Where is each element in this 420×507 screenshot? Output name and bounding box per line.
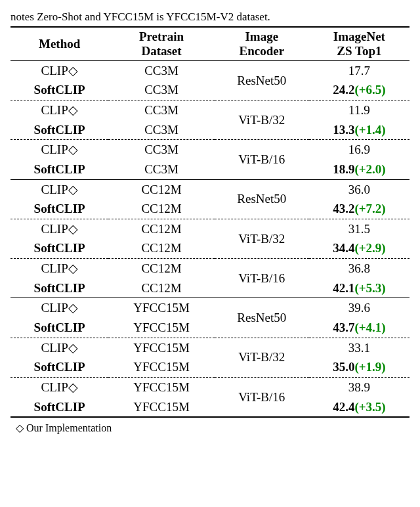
encoder-cell: ViT-B/32 xyxy=(215,219,309,258)
method-cell: SoftCLIP xyxy=(10,160,108,179)
dataset-cell: CC12M xyxy=(108,238,215,258)
dataset-cell: YFCC15M xyxy=(108,338,215,357)
value-cell: 36.8 xyxy=(309,259,410,278)
results-table: Method PretrainDataset ImageEncoder Imag… xyxy=(10,26,410,418)
method-cell: CLIP◇ xyxy=(10,338,108,357)
value-cell: 42.4(+3.5) xyxy=(309,397,410,418)
encoder-cell: ViT-B/16 xyxy=(215,140,309,179)
dataset-cell: YFCC15M xyxy=(108,397,215,418)
method-cell: CLIP◇ xyxy=(10,60,108,80)
diamond-icon: ◇ xyxy=(68,143,78,156)
value-cell: 31.5 xyxy=(309,219,410,238)
dataset-cell: CC12M xyxy=(108,259,215,278)
method-cell: CLIP◇ xyxy=(10,377,108,397)
encoder-cell: ViT-B/32 xyxy=(215,100,309,139)
diamond-icon: ◇ xyxy=(68,103,78,117)
diamond-icon: ◇ xyxy=(16,422,24,433)
method-cell: SoftCLIP xyxy=(10,357,108,377)
value-cell: 43.2(+7.2) xyxy=(309,199,410,219)
footnote: ◇ Our Implementation xyxy=(10,422,410,434)
dataset-cell: CC12M xyxy=(108,278,215,298)
method-cell: CLIP◇ xyxy=(10,259,108,278)
diamond-icon: ◇ xyxy=(68,341,78,355)
method-cell: SoftCLIP xyxy=(10,318,108,338)
encoder-cell: ResNet50 xyxy=(215,60,309,100)
value-cell: 16.9 xyxy=(309,140,410,160)
diamond-icon: ◇ xyxy=(68,380,78,394)
value-cell: 38.9 xyxy=(309,377,410,397)
value-cell: 24.2(+6.5) xyxy=(309,80,410,100)
diamond-icon: ◇ xyxy=(68,301,78,315)
col-method: Method xyxy=(10,27,108,60)
value-cell: 13.3(+1.4) xyxy=(309,120,410,140)
col-zs: ImageNetZS Top1 xyxy=(309,27,410,60)
col-encoder: ImageEncoder xyxy=(215,27,309,60)
diamond-icon: ◇ xyxy=(68,261,78,275)
dataset-cell: CC3M xyxy=(108,100,215,120)
dataset-cell: CC12M xyxy=(108,179,215,199)
value-cell: 43.7(+4.1) xyxy=(309,318,410,338)
table-caption-fragment: notes Zero-Shot and YFCC15M is YFCC15M-V… xyxy=(10,11,410,24)
method-cell: SoftCLIP xyxy=(10,199,108,219)
dataset-cell: CC12M xyxy=(108,219,215,238)
method-cell: SoftCLIP xyxy=(10,80,108,100)
method-cell: CLIP◇ xyxy=(10,179,108,199)
diamond-icon: ◇ xyxy=(68,64,78,77)
dataset-cell: CC3M xyxy=(108,160,215,179)
method-cell: CLIP◇ xyxy=(10,140,108,160)
encoder-cell: ViT-B/16 xyxy=(215,377,309,417)
value-cell: 42.1(+5.3) xyxy=(309,278,410,298)
method-cell: SoftCLIP xyxy=(10,120,108,140)
encoder-cell: ViT-B/32 xyxy=(215,338,309,377)
dataset-cell: YFCC15M xyxy=(108,377,215,397)
col-pretrain: PretrainDataset xyxy=(108,27,215,60)
dataset-cell: YFCC15M xyxy=(108,357,215,377)
method-cell: SoftCLIP xyxy=(10,238,108,258)
value-cell: 36.0 xyxy=(309,179,410,199)
encoder-cell: ResNet50 xyxy=(215,298,309,338)
value-cell: 34.4(+2.9) xyxy=(309,238,410,258)
encoder-cell: ResNet50 xyxy=(215,179,309,219)
dataset-cell: CC3M xyxy=(108,80,215,100)
method-cell: CLIP◇ xyxy=(10,298,108,318)
diamond-icon: ◇ xyxy=(68,183,78,196)
dataset-cell: CC3M xyxy=(108,120,215,140)
diamond-icon: ◇ xyxy=(68,222,78,236)
method-cell: SoftCLIP xyxy=(10,278,108,298)
value-cell: 39.6 xyxy=(309,298,410,318)
method-cell: CLIP◇ xyxy=(10,219,108,238)
dataset-cell: CC12M xyxy=(108,199,215,219)
method-cell: CLIP◇ xyxy=(10,100,108,120)
dataset-cell: YFCC15M xyxy=(108,318,215,338)
value-cell: 35.0(+1.9) xyxy=(309,357,410,377)
encoder-cell: ViT-B/16 xyxy=(215,259,309,298)
dataset-cell: CC3M xyxy=(108,140,215,160)
value-cell: 18.9(+2.0) xyxy=(309,160,410,179)
value-cell: 17.7 xyxy=(309,60,410,80)
dataset-cell: YFCC15M xyxy=(108,298,215,318)
dataset-cell: CC3M xyxy=(108,60,215,80)
value-cell: 33.1 xyxy=(309,338,410,357)
value-cell: 11.9 xyxy=(309,100,410,120)
method-cell: SoftCLIP xyxy=(10,397,108,418)
